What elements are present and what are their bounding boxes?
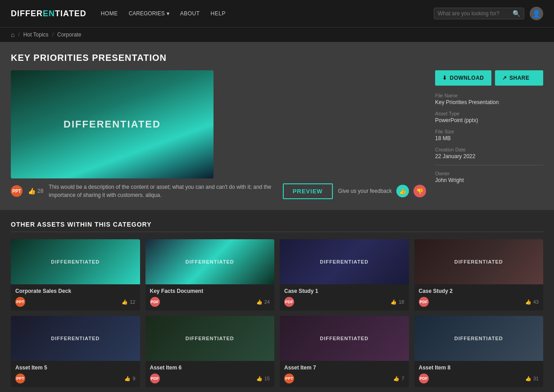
card-info: Key Facts Document PDF 👍 24 [145, 284, 275, 310]
user-avatar[interactable]: 👤 [530, 7, 543, 20]
thumb-label: DIFFERENTIATED [454, 336, 503, 341]
card-thumbnail: DIFFERENTIATED [145, 239, 275, 284]
search-box[interactable]: 🔍 [434, 8, 524, 19]
nav-search: 🔍 👤 [434, 7, 543, 20]
breadcrumb-sep-2: / [52, 32, 54, 38]
card-badge: PDF [150, 297, 160, 307]
card-title: Asset Item 6 [150, 365, 270, 371]
nav-help[interactable]: HELP [211, 10, 226, 17]
asset-card[interactable]: DIFFERENTIATED Case Study 2 PDF 👍 43 [414, 239, 544, 310]
card-like-icon: 👍 [256, 299, 263, 305]
asset-left: DIFFERENTIATED PPT 👍 28 This would be a … [11, 70, 426, 199]
card-title: Asset Item 5 [15, 365, 136, 371]
card-footer: PDF 👍 31 [419, 374, 539, 383]
card-like-count: 👍 43 [525, 299, 539, 305]
chevron-down-icon: ▾ [167, 10, 169, 17]
card-badge: PDF [419, 374, 429, 383]
meta-divider [435, 165, 543, 165]
thumb-label: DIFFERENTIATED [51, 259, 100, 264]
card-like-number: 12 [130, 299, 135, 305]
card-info: Case Study 1 PDF 👍 18 [280, 284, 409, 310]
search-icon: 🔍 [513, 10, 520, 17]
card-like-count: 👍 12 [122, 299, 135, 305]
owner-value: John Wright [435, 177, 543, 183]
card-like-count: 👍 24 [256, 299, 270, 305]
preview-button[interactable]: PREVIEW [283, 183, 333, 199]
card-like-number: 18 [399, 299, 404, 305]
nav-home[interactable]: HOME [101, 10, 118, 17]
download-button[interactable]: ⬇ DOWNLOAD [435, 70, 491, 86]
asset-card[interactable]: DIFFERENTIATED Asset Item 6 PDF 👍 15 [145, 316, 275, 387]
owner-label: Owner [435, 171, 543, 176]
card-like-icon: 👍 [393, 376, 400, 382]
thumbs-up-button[interactable]: 👍 [396, 185, 409, 197]
card-like-number: 43 [533, 299, 539, 305]
nav-categories[interactable]: CAREGORIES ▾ [129, 10, 169, 17]
card-footer: PPT 👍 9 [15, 374, 136, 383]
card-info: Asset Item 8 PDF 👍 31 [414, 361, 544, 387]
card-title: Case Study 2 [419, 288, 539, 294]
card-like-number: 7 [401, 376, 404, 381]
card-like-icon: 👍 [525, 299, 531, 305]
nav-about[interactable]: ABOUT [180, 10, 200, 17]
card-thumbnail: DIFFERENTIATED [280, 239, 409, 284]
card-badge: PPT [15, 374, 25, 383]
card-footer: PPT 👍 12 [15, 297, 136, 307]
asset-card[interactable]: DIFFERENTIATED Asset Item 5 PPT 👍 9 [11, 316, 140, 387]
card-thumbnail: DIFFERENTIATED [11, 239, 140, 284]
card-thumbnail: DIFFERENTIATED [11, 316, 140, 361]
card-info: Asset Item 7 PPT 👍 7 [280, 361, 409, 387]
meta-owner: Owner John Wright [435, 171, 543, 183]
asset-card[interactable]: DIFFERENTIATED Corporate Sales Deck PPT … [11, 239, 140, 310]
ppt-badge: PPT [11, 185, 23, 197]
thumbs-up-icon: 👍 [28, 187, 36, 195]
asset-card[interactable]: DIFFERENTIATED Key Facts Document PDF 👍 … [145, 239, 275, 310]
meta-file-size: File Size 18 MB [435, 129, 543, 141]
card-like-number: 31 [533, 376, 539, 381]
nav-links: HOME CAREGORIES ▾ ABOUT HELP [101, 10, 419, 17]
breadcrumb-hot-topics[interactable]: Hot Topics [23, 32, 49, 38]
card-like-number: 15 [264, 376, 270, 381]
like-count: 👍 28 [28, 187, 43, 195]
card-footer: PDF 👍 18 [284, 297, 404, 307]
thumb-label: DIFFERENTIATED [320, 259, 368, 264]
card-footer: PPT 👍 7 [284, 374, 404, 383]
thumb-label: DIFFERENTIATED [454, 259, 503, 264]
like-number: 28 [37, 188, 43, 194]
thumbs-down-button[interactable]: 👎 [413, 185, 426, 197]
asset-card[interactable]: DIFFERENTIATED Asset Item 7 PPT 👍 7 [280, 316, 409, 387]
card-info: Asset Item 6 PDF 👍 15 [145, 361, 275, 387]
card-like-icon: 👍 [525, 376, 531, 382]
card-thumbnail: DIFFERENTIATED [280, 316, 409, 361]
asset-card[interactable]: DIFFERENTIATED Asset Item 8 PDF 👍 31 [414, 316, 544, 387]
assets-grid: DIFFERENTIATED Corporate Sales Deck PPT … [11, 239, 543, 387]
card-title: Asset Item 8 [419, 365, 539, 371]
card-footer: PDF 👍 24 [150, 297, 270, 307]
navbar: DIFFERENTIATED HOME CAREGORIES ▾ ABOUT H… [0, 0, 554, 27]
card-badge: PPT [15, 297, 25, 307]
other-assets-title: OTHER ASSETS WITHIN THIS CATEGORY [11, 221, 543, 232]
breadcrumb-corporate[interactable]: Corporate [57, 32, 81, 38]
search-input[interactable] [438, 10, 510, 17]
feedback-label: Give us your feedback [338, 188, 392, 194]
asset-right: ⬇ DOWNLOAD ↗ SHARE File Name Key Priorit… [435, 70, 543, 189]
card-title: Case Study 1 [284, 288, 404, 294]
creation-date-label: Creation Date [435, 147, 543, 152]
card-title: Key Facts Document [150, 288, 270, 294]
asset-type-value: PowerPoint (pptx) [435, 117, 543, 123]
laptop-visual: DIFFERENTIATED [11, 70, 213, 178]
meta-file-name: File Name Key Priorities Presentation [435, 93, 543, 105]
asset-type-label: Asset Type [435, 111, 543, 116]
card-like-number: 9 [132, 376, 135, 381]
asset-card[interactable]: DIFFERENTIATED Case Study 1 PDF 👍 18 [280, 239, 409, 310]
thumb-label: DIFFERENTIATED [186, 259, 234, 264]
card-like-icon: 👍 [122, 299, 128, 305]
breadcrumb: ⌂ / Hot Topics / Corporate [0, 27, 554, 42]
breadcrumb-home-icon[interactable]: ⌂ [11, 31, 14, 38]
card-like-count: 👍 9 [124, 376, 135, 382]
download-icon: ⬇ [442, 75, 447, 81]
meta-creation-date: Creation Date 22 January 2022 [435, 147, 543, 160]
card-badge: PDF [419, 297, 429, 307]
share-button[interactable]: ↗ SHARE [495, 70, 544, 86]
card-footer: PDF 👍 15 [150, 374, 270, 383]
